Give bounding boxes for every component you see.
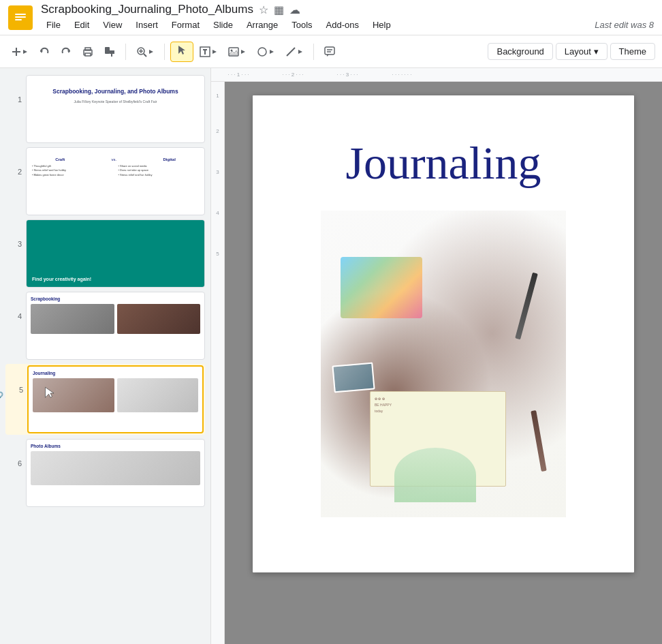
- menu-format[interactable]: Format: [166, 18, 205, 32]
- h-ruler-mark-1: · · · 1 · · ·: [211, 72, 266, 78]
- menu-insert[interactable]: Insert: [130, 18, 163, 32]
- select-tool-button[interactable]: [170, 42, 193, 62]
- slide-thumbnail-4[interactable]: Scrapbooking: [26, 292, 205, 360]
- layout-button[interactable]: Layout ▾: [556, 43, 608, 60]
- v-ruler-mark-5: 5: [211, 251, 224, 292]
- svg-point-27: [258, 48, 266, 56]
- s4-title: Scrapbooking: [31, 296, 200, 301]
- v-ruler-mark-1: 1: [211, 87, 224, 128]
- menu-slide[interactable]: Slide: [208, 18, 238, 32]
- slide-thumbnail-6[interactable]: Photo Albums: [26, 439, 205, 507]
- svg-marker-22: [212, 50, 217, 54]
- s2-digital: Digital: [163, 157, 175, 162]
- line-tool-button[interactable]: [281, 41, 308, 63]
- svg-marker-30: [298, 50, 302, 54]
- menu-arrange[interactable]: Arrange: [241, 18, 283, 32]
- h-ruler-mark-4: · · · · · · ·: [375, 72, 429, 78]
- slide-main-image: ✿ ✿ ✿BE HAPPYtoday: [321, 211, 566, 517]
- s1-title: Scrapbooking, Journaling, and Photo Albu…: [32, 88, 199, 95]
- menu-bar: File Edit View Insert Format Slide Arran…: [41, 18, 654, 32]
- svg-marker-26: [241, 50, 245, 54]
- svg-rect-1: [15, 14, 26, 15]
- toolbar-group-tools: [170, 41, 308, 63]
- menu-tools[interactable]: Tools: [286, 18, 317, 32]
- toolbar: Background Layout ▾ Theme: [0, 35, 662, 68]
- link-icon: 🔗: [0, 391, 3, 402]
- sep-3: [313, 44, 314, 60]
- undo-button[interactable]: [34, 41, 54, 63]
- s5-img-1: [33, 378, 114, 412]
- star-icon[interactable]: ☆: [259, 3, 268, 16]
- svg-marker-28: [270, 50, 274, 54]
- menu-help[interactable]: Help: [367, 18, 396, 32]
- svg-marker-6: [23, 50, 27, 54]
- svg-marker-32: [327, 55, 329, 57]
- svg-rect-3: [15, 19, 22, 20]
- toolbar-group-zoom: [131, 41, 159, 63]
- text-tool-button[interactable]: [195, 41, 222, 63]
- s4-img-1: [31, 304, 114, 334]
- menu-file[interactable]: File: [41, 18, 66, 32]
- sep-1: [125, 44, 126, 60]
- slide-number-2: 2: [5, 147, 22, 176]
- s5-images: [33, 378, 198, 412]
- app-icon: [8, 5, 33, 30]
- theme-button[interactable]: Theme: [610, 43, 655, 60]
- image-tool-button[interactable]: [223, 41, 251, 63]
- slide-item-2[interactable]: 2 Craft vs. Digital • Thoughtful gift• S…: [5, 147, 205, 215]
- doc-title-text[interactable]: Scrapbooking_Journaling_Photo_Albums: [41, 3, 253, 16]
- editor-area: · · · 1 · · · · · · 2 · · · · · · 3 · · …: [211, 68, 662, 644]
- main-content: 1 Scrapbooking, Journaling, and Photo Al…: [0, 68, 662, 644]
- comment-button[interactable]: [319, 41, 340, 63]
- paint-format-button[interactable]: [99, 41, 120, 63]
- menu-edit[interactable]: Edit: [69, 18, 95, 32]
- add-button[interactable]: [7, 41, 33, 63]
- slide-item-3[interactable]: 3 Find your creativity again!: [5, 219, 205, 288]
- slide-number-5: 5: [7, 365, 23, 394]
- last-edit-text: Last edit was 8: [595, 20, 654, 30]
- slide-thumbnail-2[interactable]: Craft vs. Digital • Thoughtful gift• Str…: [26, 147, 205, 215]
- shape-tool-button[interactable]: [252, 41, 279, 63]
- slide-item-1[interactable]: 1 Scrapbooking, Journaling, and Photo Al…: [5, 75, 205, 143]
- journal-pen-1: [515, 273, 538, 340]
- menu-view[interactable]: View: [97, 18, 127, 32]
- s6-title: Photo Albums: [31, 444, 200, 448]
- slide-item-6[interactable]: 6 Photo Albums: [5, 439, 205, 507]
- s4-images: [31, 304, 200, 334]
- watercolor-element: [341, 257, 422, 318]
- svg-rect-11: [85, 53, 91, 56]
- v-ruler-mark-4: 4: [211, 210, 224, 251]
- slide-item-4[interactable]: 4 Scrapbooking: [5, 292, 205, 360]
- toolbar-group-comment: [319, 41, 340, 63]
- v-ruler-mark-2: 2: [211, 128, 224, 169]
- svg-marker-35: [46, 387, 54, 397]
- slide-thumbnail-3[interactable]: Find your creativity again!: [26, 219, 205, 288]
- svg-marker-17: [149, 50, 153, 54]
- v-ruler: 1 2 3 4 5: [211, 82, 225, 644]
- slide-canvas[interactable]: Journaling ✿ ✿ ✿BE HAPPYtoday: [253, 95, 634, 572]
- menu-addons[interactable]: Add-ons: [321, 18, 364, 32]
- slide-number-1: 1: [5, 75, 22, 104]
- s2-craft: Craft: [55, 157, 65, 162]
- slide-thumbnail-1[interactable]: Scrapbooking, Journaling, and Photo Albu…: [26, 75, 205, 143]
- s2-digital-bullets: • Share on social media• Does not take u…: [119, 164, 200, 177]
- journal-flowers: [394, 448, 476, 502]
- redo-button[interactable]: [56, 41, 76, 63]
- svg-rect-31: [325, 47, 334, 55]
- photo-strip-1: [332, 362, 375, 393]
- svg-rect-10: [85, 48, 91, 50]
- slide-item-5[interactable]: 5 🔗 Journaling: [5, 364, 205, 435]
- zoom-button[interactable]: [131, 41, 159, 63]
- svg-rect-2: [15, 16, 26, 18]
- svg-rect-12: [105, 47, 110, 54]
- s1-sub: Julia Fillory Keynote Speaker of Shelbyf…: [32, 99, 199, 104]
- slide-thumbnail-5[interactable]: Journaling: [27, 365, 204, 433]
- background-button[interactable]: Background: [488, 43, 552, 60]
- h-ruler-mark-2: · · · 2 · · ·: [266, 72, 320, 78]
- s5-title: Journaling: [33, 371, 198, 375]
- print-button[interactable]: [78, 41, 98, 63]
- cloud-icon[interactable]: ☁: [289, 3, 300, 16]
- folder-icon[interactable]: ▦: [274, 3, 284, 16]
- doc-title-row: Scrapbooking_Journaling_Photo_Albums ☆ ▦…: [41, 3, 654, 16]
- slide-number-3: 3: [5, 219, 22, 248]
